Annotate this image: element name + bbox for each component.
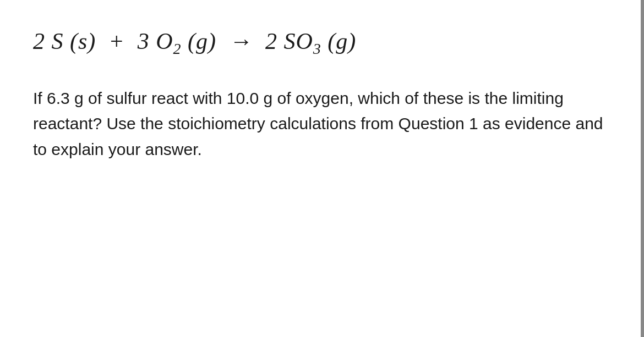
eq-coeff-o2: 3	[138, 26, 156, 57]
eq-state-o2: (g) →	[182, 26, 265, 57]
chemical-equation: 2 S (s) + 3 O2 (g) → 2 SO3 (g)	[33, 26, 611, 59]
main-content: 2 S (s) + 3 O2 (g) → 2 SO3 (g) If 6.3 g …	[0, 0, 644, 184]
eq-coeff-s: 2	[33, 26, 52, 57]
eq-state-s: (s) +	[64, 26, 138, 57]
eq-coeff-so3: 2	[265, 26, 284, 57]
question-body: If 6.3 g of sulfur react with 10.0 g of …	[33, 86, 605, 163]
eq-state-so3: (g)	[321, 26, 357, 57]
eq-element-s: S	[52, 26, 64, 57]
right-scrollbar[interactable]	[641, 0, 644, 337]
question-text-content: If 6.3 g of sulfur react with 10.0 g of …	[33, 89, 603, 158]
eq-element-o2: O2	[156, 26, 181, 59]
eq-element-so3: SO3	[284, 26, 321, 59]
